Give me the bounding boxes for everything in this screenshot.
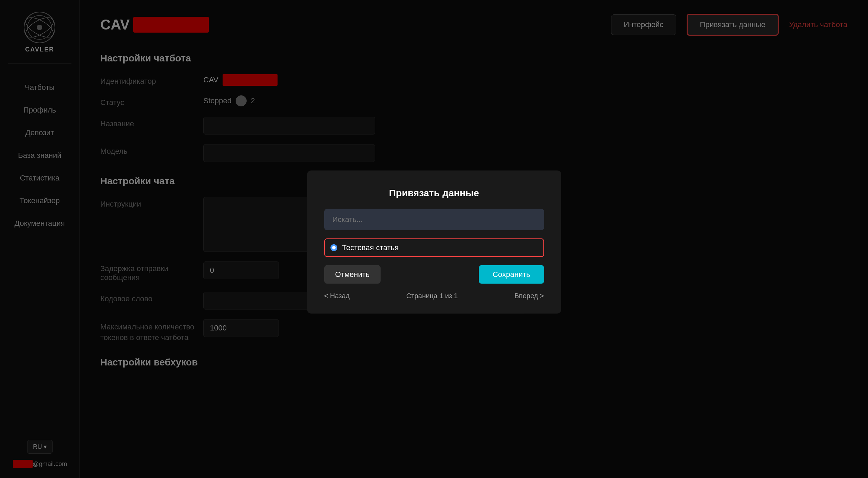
modal-pagination: < Назад Страница 1 из 1 Вперед >: [324, 292, 544, 300]
modal-actions: Отменить Сохранить: [324, 265, 544, 283]
modal-items-list: Тестовая статья: [324, 238, 544, 257]
bind-data-modal: Привязать данные Тестовая статья Отменит…: [307, 170, 561, 313]
radio-button[interactable]: [330, 244, 337, 251]
pagination-info: Страница 1 из 1: [406, 292, 458, 300]
prev-page-button[interactable]: < Назад: [324, 292, 350, 300]
modal-list-item[interactable]: Тестовая статья: [324, 238, 544, 257]
cancel-button[interactable]: Отменить: [324, 265, 381, 283]
modal-search-input[interactable]: [324, 209, 544, 230]
save-button[interactable]: Сохранить: [479, 265, 544, 283]
next-page-button[interactable]: Вперед >: [514, 292, 544, 300]
modal-title: Привязать данные: [324, 187, 544, 198]
list-item-label: Тестовая статья: [342, 243, 399, 252]
